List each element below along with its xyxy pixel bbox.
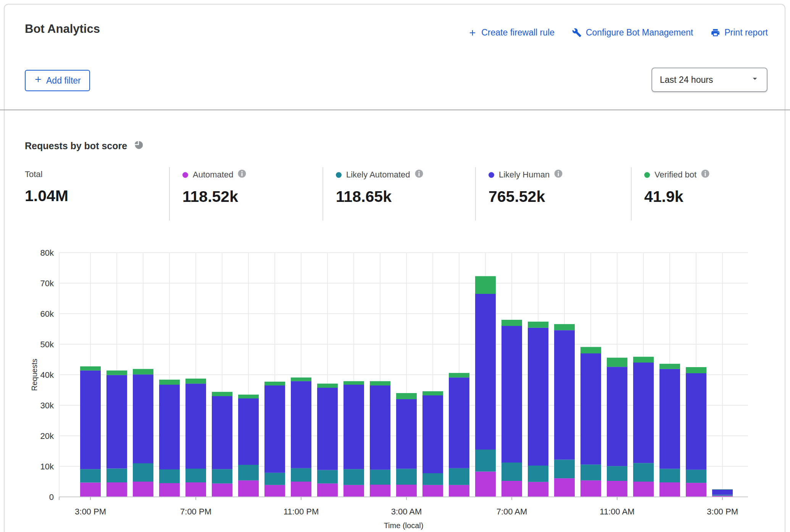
- bar-segment-likely-automated[interactable]: [580, 464, 601, 480]
- bar-segment-verified-bot[interactable]: [264, 382, 285, 385]
- bar-segment-automated[interactable]: [501, 481, 522, 497]
- bar-segment-verified-bot[interactable]: [185, 379, 206, 384]
- bar-segment-automated[interactable]: [185, 482, 206, 497]
- bar-segment-likely-automated[interactable]: [712, 495, 733, 495]
- bar-segment-verified-bot[interactable]: [554, 324, 575, 330]
- bar-segment-automated[interactable]: [212, 484, 232, 497]
- info-icon[interactable]: [415, 169, 423, 180]
- bar-segment-automated[interactable]: [475, 472, 496, 497]
- bar-segment-verified-bot[interactable]: [501, 320, 522, 326]
- bar-segment-likely-automated[interactable]: [80, 469, 101, 482]
- info-icon[interactable]: [701, 169, 709, 180]
- bar-segment-automated[interactable]: [580, 480, 601, 497]
- bar-segment-automated[interactable]: [106, 482, 127, 497]
- bar-segment-verified-bot[interactable]: [343, 381, 364, 385]
- bar-segment-verified-bot[interactable]: [370, 381, 390, 385]
- bar-segment-verified-bot[interactable]: [106, 371, 127, 375]
- bar-segment-likely-human[interactable]: [501, 326, 522, 463]
- info-icon[interactable]: [238, 169, 246, 180]
- bar-segment-likely-automated[interactable]: [686, 470, 706, 483]
- bar-segment-automated[interactable]: [686, 483, 706, 497]
- bar-segment-likely-human[interactable]: [475, 294, 496, 450]
- bar-segment-likely-human[interactable]: [212, 396, 232, 469]
- bar-segment-likely-automated[interactable]: [422, 473, 443, 485]
- bar-segment-likely-human[interactable]: [106, 375, 127, 469]
- bar-segment-verified-bot[interactable]: [80, 366, 101, 371]
- bar-segment-likely-automated[interactable]: [291, 468, 311, 482]
- bar-segment-verified-bot[interactable]: [580, 347, 601, 353]
- bar-segment-likely-human[interactable]: [185, 384, 206, 469]
- bar-segment-likely-human[interactable]: [659, 369, 680, 469]
- bar-segment-likely-human[interactable]: [370, 385, 390, 470]
- bar-segment-verified-bot[interactable]: [317, 384, 338, 388]
- bar-segment-likely-human[interactable]: [291, 381, 311, 468]
- bar-segment-likely-human[interactable]: [633, 363, 654, 463]
- bar-segment-likely-automated[interactable]: [554, 459, 575, 478]
- bar-segment-automated[interactable]: [396, 485, 417, 497]
- bar-segment-likely-automated[interactable]: [159, 469, 180, 483]
- bar-segment-likely-automated[interactable]: [659, 469, 680, 482]
- bar-segment-automated[interactable]: [343, 485, 364, 497]
- bar-segment-likely-automated[interactable]: [528, 466, 548, 482]
- bar-segment-automated[interactable]: [449, 485, 469, 497]
- bar-segment-likely-automated[interactable]: [317, 470, 338, 484]
- bar-segment-automated[interactable]: [607, 481, 627, 497]
- bar-segment-likely-human[interactable]: [712, 490, 733, 495]
- bar-segment-automated[interactable]: [159, 483, 180, 497]
- bar-segment-automated[interactable]: [264, 485, 285, 497]
- bar-segment-verified-bot[interactable]: [607, 358, 627, 367]
- bar-segment-likely-human[interactable]: [343, 385, 364, 469]
- bar-segment-verified-bot[interactable]: [528, 322, 548, 328]
- bar-segment-likely-human[interactable]: [528, 328, 548, 466]
- bar-segment-likely-automated[interactable]: [396, 469, 417, 485]
- bar-segment-likely-automated[interactable]: [370, 470, 390, 485]
- bar-segment-likely-automated[interactable]: [185, 469, 206, 482]
- bar-segment-likely-human[interactable]: [686, 373, 706, 470]
- bar-segment-verified-bot[interactable]: [422, 391, 443, 395]
- bar-segment-likely-human[interactable]: [317, 388, 338, 470]
- bar-segment-likely-automated[interactable]: [607, 466, 627, 481]
- bar-segment-likely-human[interactable]: [80, 371, 101, 469]
- bar-segment-automated[interactable]: [317, 484, 338, 497]
- bar-segment-likely-automated[interactable]: [343, 469, 364, 485]
- bar-segment-automated[interactable]: [80, 482, 101, 497]
- time-range-select[interactable]: Last 24 hours: [651, 68, 767, 92]
- bar-segment-likely-human[interactable]: [449, 377, 469, 468]
- bar-segment-verified-bot[interactable]: [686, 367, 706, 373]
- bar-segment-automated[interactable]: [659, 482, 680, 497]
- bar-segment-verified-bot[interactable]: [712, 489, 733, 490]
- bar-segment-likely-human[interactable]: [264, 385, 285, 473]
- bar-segment-automated[interactable]: [370, 485, 390, 497]
- bar-segment-verified-bot[interactable]: [133, 369, 153, 374]
- bar-segment-automated[interactable]: [238, 480, 259, 497]
- bar-segment-likely-automated[interactable]: [238, 465, 259, 480]
- print-report-link[interactable]: Print report: [711, 27, 768, 38]
- bar-segment-likely-human[interactable]: [554, 330, 575, 459]
- bar-segment-verified-bot[interactable]: [238, 395, 259, 398]
- info-icon[interactable]: [554, 169, 563, 180]
- bar-segment-likely-human[interactable]: [159, 385, 180, 469]
- bar-segment-automated[interactable]: [633, 482, 654, 497]
- bar-segment-likely-human[interactable]: [580, 353, 601, 464]
- bar-segment-likely-automated[interactable]: [264, 473, 285, 485]
- requests-stacked-bar-chart[interactable]: 3:00 PM7:00 PM11:00 PM3:00 AM7:00 AM11:0…: [0, 234, 790, 532]
- bar-segment-verified-bot[interactable]: [659, 364, 680, 369]
- bar-segment-likely-automated[interactable]: [133, 463, 153, 482]
- create-firewall-rule-link[interactable]: Create firewall rule: [468, 27, 555, 38]
- bar-segment-verified-bot[interactable]: [633, 357, 654, 363]
- bar-segment-likely-automated[interactable]: [106, 469, 127, 482]
- bar-segment-likely-human[interactable]: [607, 367, 627, 466]
- bar-segment-automated[interactable]: [554, 478, 575, 497]
- bar-segment-likely-automated[interactable]: [449, 468, 469, 485]
- bar-segment-automated[interactable]: [528, 482, 548, 497]
- bar-segment-likely-automated[interactable]: [212, 469, 232, 484]
- bar-segment-verified-bot[interactable]: [291, 377, 311, 381]
- bar-segment-verified-bot[interactable]: [475, 276, 496, 294]
- bar-segment-verified-bot[interactable]: [449, 373, 469, 377]
- bar-segment-likely-human[interactable]: [238, 398, 259, 465]
- bar-segment-likely-human[interactable]: [133, 374, 153, 463]
- bar-segment-verified-bot[interactable]: [396, 393, 417, 399]
- bar-segment-automated[interactable]: [133, 482, 153, 497]
- bar-segment-automated[interactable]: [422, 485, 443, 497]
- bar-segment-likely-automated[interactable]: [475, 450, 496, 472]
